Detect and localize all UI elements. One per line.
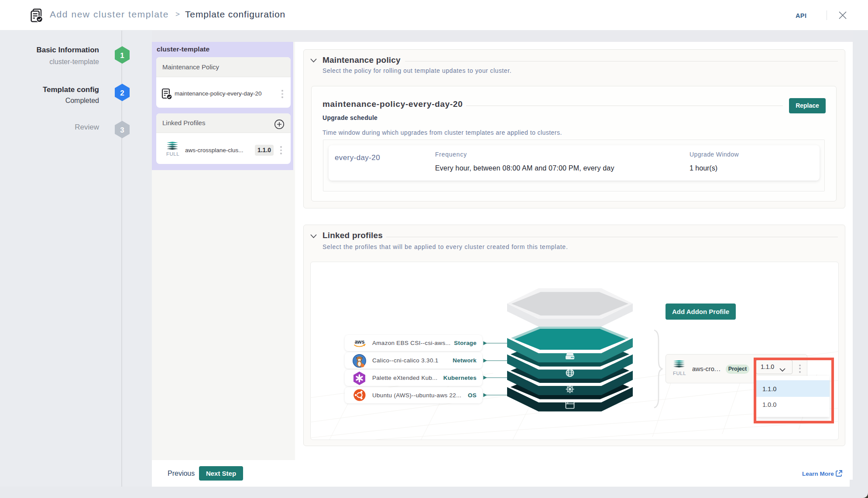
svg-text:3: 3 bbox=[120, 126, 124, 134]
svg-text:aws: aws bbox=[355, 339, 365, 345]
svg-text:1: 1 bbox=[120, 51, 124, 60]
svg-text:2: 2 bbox=[120, 89, 124, 97]
